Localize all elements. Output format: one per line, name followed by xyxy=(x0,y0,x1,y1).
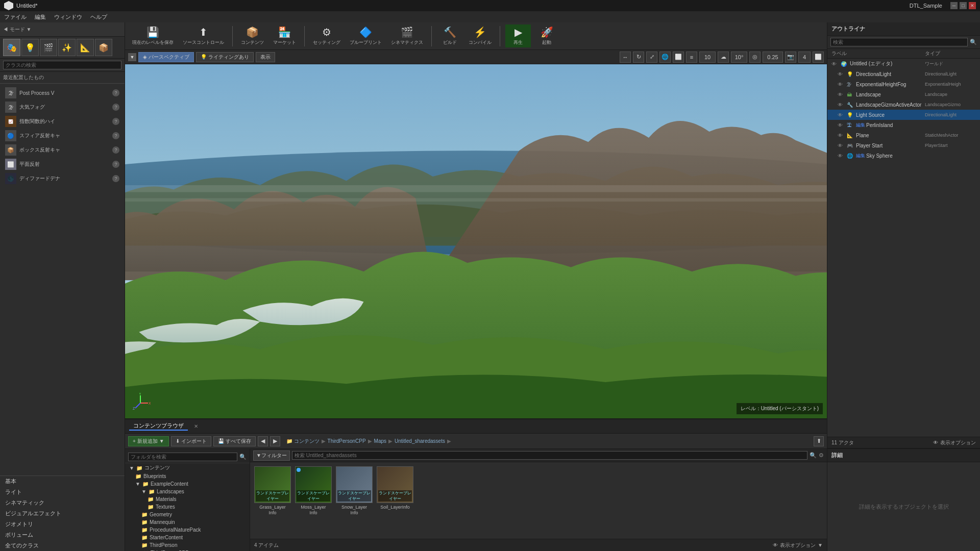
settings-button[interactable]: ⚙ セッティング xyxy=(310,24,344,47)
snap-surface-icon[interactable]: ⬜ xyxy=(673,52,684,63)
menu-window[interactable]: ウィンドウ xyxy=(54,13,82,21)
build-button[interactable]: 🔨 ビルド xyxy=(437,24,462,47)
perspective-button[interactable]: ◈ パースペクティブ xyxy=(138,52,194,62)
folder-startercontent[interactable]: 📁 StarterContent xyxy=(125,534,250,541)
translate-icon[interactable]: ↔ xyxy=(620,52,631,63)
minimize-button[interactable]: ─ xyxy=(950,2,958,9)
folder-search-input[interactable] xyxy=(128,453,237,461)
rotate-icon[interactable]: ↻ xyxy=(633,52,644,63)
outliner-display-options[interactable]: 表示オプション xyxy=(940,439,976,446)
folder-naturepck[interactable]: 📁 ProceduralNaturePack xyxy=(125,526,250,534)
display-options-dropdown[interactable]: ▼ xyxy=(818,542,823,548)
scene-item-sphererefl[interactable]: 🔵 スフィア反射キャ ? xyxy=(3,129,121,143)
ol-item-gizmoactor[interactable]: 👁 🔧 LandscapeGizmoActiveActor LandscapeG… xyxy=(827,99,980,110)
category-geometry[interactable]: ジオメトリ xyxy=(0,519,125,530)
planerefl-help[interactable]: ? xyxy=(112,161,119,168)
deferred-help[interactable]: ? xyxy=(112,175,119,182)
asset-search-input[interactable] xyxy=(292,451,807,460)
snap-rotation-icon[interactable]: ☁ xyxy=(718,52,729,63)
content-browser-tab[interactable]: コンテンツブラウザ xyxy=(129,422,188,431)
snap-grid-icon[interactable]: ≡ xyxy=(686,52,697,63)
market-button[interactable]: 🏪 マーケット xyxy=(270,24,299,47)
menu-help[interactable]: ヘルプ xyxy=(90,13,107,21)
maximize-viewport-icon[interactable]: ⬜ xyxy=(813,52,824,63)
scene-item-expfog[interactable]: 📈 指数関数的ハイ ? xyxy=(3,114,121,129)
asset-soil-layerinfo[interactable]: ランドスケープレイヤー Soil_LayerInfo xyxy=(377,466,413,510)
menu-file[interactable]: ファイル xyxy=(4,13,27,21)
tab-close-icon[interactable]: ✕ xyxy=(194,423,198,429)
ol-item-lightsource[interactable]: 👁 💡 Light Source DirectionalLight xyxy=(827,110,980,120)
folder-thirdperson[interactable]: 📁 ThirdPerson xyxy=(125,541,250,549)
grid-size-label[interactable]: 10 xyxy=(699,52,716,63)
save-level-button[interactable]: 💾 現在のレベルを保存 xyxy=(129,24,177,47)
category-basic[interactable]: 基本 xyxy=(0,476,125,487)
launch-button[interactable]: 🚀 起動 xyxy=(534,24,559,47)
search-options-icon[interactable]: ⚙ xyxy=(819,452,824,459)
breadcrumb-content[interactable]: 📁 コンテンツ xyxy=(286,438,320,445)
category-light[interactable]: ライト xyxy=(0,487,125,497)
sphererefl-help[interactable]: ? xyxy=(112,132,119,139)
scene-item-postprocess[interactable]: 🌫 Post Process V ? xyxy=(3,86,121,100)
folder-examplecontent[interactable]: ▼ 📁 ExampleContent xyxy=(125,480,250,488)
placement-cinematic[interactable]: 🎬 xyxy=(40,39,57,56)
category-all[interactable]: 全てのクラス xyxy=(0,540,125,551)
nav-forward-button[interactable]: ▶ xyxy=(270,436,280,446)
folder-content[interactable]: ▼ 📁 コンテンツ xyxy=(125,463,250,472)
play-button[interactable]: ▶ 再生 xyxy=(505,24,531,47)
ol-item-dirlight[interactable]: 👁 💡 DirectionalLight DirectionalLight xyxy=(827,69,980,79)
scene-item-deferred[interactable]: 🌑 ディファードデナ ? xyxy=(3,171,121,186)
viewport[interactable]: X Y Z レベル：Untitled (パーシスタント) xyxy=(125,64,827,418)
filter-icon[interactable]: ▼フィルター xyxy=(253,450,290,461)
save-all-button[interactable]: 💾 すべて保存 xyxy=(213,436,256,446)
folder-landscapes[interactable]: ▼ 📁 Landscapes xyxy=(125,488,250,495)
outliner-search-input[interactable] xyxy=(830,38,968,46)
snap-scale-icon[interactable]: ◎ xyxy=(749,52,761,63)
folder-textures[interactable]: 📁 Textures xyxy=(125,503,250,511)
scene-item-atmfog[interactable]: 🌫 大気フォグ ? xyxy=(3,100,121,114)
scene-item-boxrefl[interactable]: 📦 ボックス反射キャ ? xyxy=(3,143,121,157)
asset-moss-layerinfo[interactable]: ランドスケープレイヤー Moss_LayerInfo xyxy=(295,466,332,516)
skysphere-edit[interactable]: 編集 xyxy=(856,153,865,159)
placement-all[interactable]: 🎭 xyxy=(3,39,20,56)
category-vfx[interactable]: ビジュアルエフェクト xyxy=(0,508,125,519)
folder-geometry[interactable]: 📁 Geometry xyxy=(125,511,250,518)
breadcrumb-thirdpersoncpp[interactable]: ThirdPersonCPP xyxy=(328,438,366,444)
ol-item-landscape[interactable]: 👁 🏔 Landscape Landscape xyxy=(827,89,980,99)
breadcrumb-options-btn[interactable]: ⬆ xyxy=(814,436,824,446)
viewport-mode-btn[interactable]: ▼ xyxy=(128,53,136,61)
placement-light[interactable]: 💡 xyxy=(21,39,39,56)
folder-mannequin[interactable]: 📁 Mannequin xyxy=(125,518,250,526)
class-search-input[interactable] xyxy=(3,61,121,69)
cinematics-button[interactable]: 🎬 シネマティクス xyxy=(388,24,426,47)
perlinisland-edit[interactable]: 編集 xyxy=(856,122,865,129)
close-button[interactable]: ✕ xyxy=(969,2,976,9)
show-button[interactable]: 表示 xyxy=(256,52,275,62)
ol-item-perlinisland[interactable]: 👁 🏝 編集 PerlinIsland xyxy=(827,120,980,130)
display-options-label[interactable]: 表示オプション xyxy=(780,542,816,549)
menu-edit[interactable]: 編集 xyxy=(35,13,46,21)
lighting-button[interactable]: 💡 ライティングあり xyxy=(196,52,254,62)
breadcrumb-sharedassets[interactable]: Untitled_sharedassets xyxy=(395,438,445,444)
ol-item-playerstart[interactable]: 👁 🎮 Player Start PlayerStart xyxy=(827,140,980,151)
ol-item-plane[interactable]: 👁 📐 Plane StaticMeshActor xyxy=(827,130,980,140)
scale-icon[interactable]: ⤢ xyxy=(646,52,657,63)
placement-vfx[interactable]: ✨ xyxy=(58,39,76,56)
placement-volume[interactable]: 📦 xyxy=(95,39,112,56)
postprocess-help[interactable]: ? xyxy=(112,89,119,96)
scene-item-planerefl[interactable]: ⬜ 平面反射 ? xyxy=(3,157,121,171)
asset-grass-layerinfo[interactable]: ランドスケープレイヤー Grass_LayerInfo xyxy=(254,466,291,516)
placement-geometry[interactable]: 📐 xyxy=(77,39,94,56)
blueprint-button[interactable]: 🔷 ブループリント xyxy=(347,24,385,47)
folder-thirdpersoncpp[interactable]: ▼ 📁 ThirdPersonCPP xyxy=(125,549,250,551)
atmfog-help[interactable]: ? xyxy=(112,104,119,111)
mode-dropdown[interactable]: ◀ モード ▼ xyxy=(3,26,31,33)
compile-button[interactable]: ⚡ コンパイル xyxy=(465,24,495,47)
maximize-button[interactable]: □ xyxy=(960,2,967,9)
camera-speed-value[interactable]: 4 xyxy=(798,52,811,63)
ol-item-world[interactable]: 👁 🌍 Untitled (エディタ) ワールド xyxy=(827,59,980,69)
source-control-button[interactable]: ⬆ ソースコントロール xyxy=(180,24,227,47)
category-volume[interactable]: ボリューム xyxy=(0,530,125,540)
breadcrumb-maps[interactable]: Maps xyxy=(374,438,386,444)
world-local-icon[interactable]: 🌐 xyxy=(659,52,671,63)
expfog-help[interactable]: ? xyxy=(112,118,119,125)
